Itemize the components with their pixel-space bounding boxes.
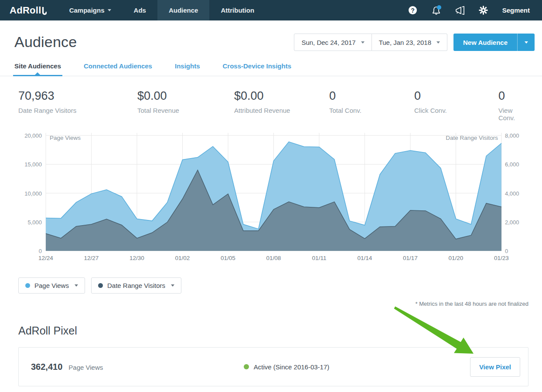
- nav-item-campaigns[interactable]: Campaigns: [58, 0, 123, 20]
- legend-date-range-visitors-label: Date Range Visitors: [107, 282, 165, 289]
- account-menu-segment[interactable]: Segment: [495, 7, 535, 14]
- svg-text:01/11: 01/11: [312, 255, 327, 261]
- stat-attributed-revenue: $0.00 Attributed Revenue: [234, 89, 329, 122]
- stat-total-revenue: $0.00 Total Revenue: [137, 89, 234, 122]
- summary-stats: 70,963 Date Range Visitors $0.00 Total R…: [0, 76, 542, 122]
- adroll-pixel-card: 362,410 Page Views Active (Since 2016-03…: [18, 347, 528, 386]
- svg-text:20,000: 20,000: [24, 132, 42, 139]
- stat-value: 0: [498, 89, 528, 103]
- tab-connected-audiences[interactable]: Connected Audiences: [84, 58, 152, 76]
- chart-canvas: 005,0002,00010,0004,00015,0006,00020,000…: [0, 131, 542, 265]
- pixel-status-text: Active (Since 2016-03-17): [254, 363, 329, 371]
- svg-text:12/24: 12/24: [38, 255, 53, 261]
- nav-item-audience-label: Audience: [169, 7, 198, 14]
- tab-insights[interactable]: Insights: [175, 58, 200, 76]
- stat-label: Click Conv.: [414, 107, 498, 114]
- adroll-pixel-heading: AdRoll Pixel: [0, 324, 542, 337]
- nav-item-campaigns-label: Campaigns: [69, 7, 105, 14]
- pixel-page-views: 362,410 Page Views: [31, 362, 103, 372]
- stat-value: 70,963: [18, 89, 137, 103]
- metrics-footnote: * Metrics in the last 48 hours are not f…: [0, 301, 542, 307]
- svg-text:5,000: 5,000: [27, 219, 42, 226]
- nav-item-attribution-label: Attribution: [221, 7, 254, 14]
- stat-value: $0.00: [137, 89, 234, 103]
- svg-text:0: 0: [505, 248, 508, 254]
- settings-gear-icon[interactable]: [472, 0, 495, 20]
- chevron-down-icon: [436, 41, 440, 44]
- topnav-right: ?: [401, 0, 542, 20]
- svg-text:12/30: 12/30: [130, 255, 144, 261]
- svg-text:01/17: 01/17: [403, 255, 418, 261]
- svg-text:6,000: 6,000: [505, 161, 519, 168]
- chevron-down-icon: [361, 41, 365, 44]
- notifications-bell-icon[interactable]: [425, 0, 448, 20]
- tab-site-audiences[interactable]: Site Audiences: [14, 58, 61, 76]
- stat-value: 0: [329, 89, 414, 103]
- gear-glyph: [479, 6, 488, 15]
- notification-badge-dot: [437, 5, 441, 10]
- legend-page-views-label: Page Views: [34, 282, 69, 289]
- page-title: Audience: [14, 34, 77, 51]
- stat-label: Attributed Revenue: [234, 107, 329, 114]
- start-date-select[interactable]: Sun, Dec 24, 2017: [294, 34, 372, 51]
- nav-item-attribution[interactable]: Attribution: [209, 0, 266, 20]
- legend-date-range-visitors-selector[interactable]: Date Range Visitors: [91, 277, 181, 294]
- tab-cross-device-insights[interactable]: Cross-Device Insights: [222, 58, 291, 76]
- nav-item-ads-label: Ads: [134, 7, 146, 14]
- audience-tabs: Site Audiences Connected Audiences Insig…: [0, 58, 542, 76]
- stat-total-conv: 0 Total Conv.: [329, 89, 414, 122]
- new-audience-dropdown-button[interactable]: [517, 34, 535, 51]
- svg-text:12/27: 12/27: [84, 255, 99, 261]
- stat-value: 0: [414, 89, 498, 103]
- svg-text:0: 0: [39, 248, 42, 254]
- help-question-glyph: ?: [409, 6, 417, 14]
- svg-text:Date Range Visitors: Date Range Visitors: [446, 135, 498, 141]
- chevron-down-icon: [75, 284, 78, 287]
- traffic-area-chart: 005,0002,00010,0004,00015,0006,00020,000…: [0, 131, 542, 267]
- page-views-series-dot: [25, 283, 30, 288]
- announcements-megaphone-icon[interactable]: [448, 0, 472, 20]
- svg-text:01/14: 01/14: [358, 255, 372, 261]
- active-status-dot: [244, 364, 249, 369]
- svg-text:Page Views: Page Views: [50, 135, 81, 141]
- svg-text:2,000: 2,000: [505, 219, 519, 226]
- date-range-group: Sun, Dec 24, 2017 Tue, Jan 23, 2018: [294, 34, 447, 51]
- stat-view-conv: 0 View Conv.: [498, 89, 528, 122]
- start-date-value: Sun, Dec 24, 2017: [301, 39, 355, 46]
- megaphone-glyph: [455, 6, 465, 15]
- legend-page-views-selector[interactable]: Page Views: [18, 277, 85, 294]
- stat-click-conv: 0 Click Conv.: [414, 89, 498, 122]
- adroll-logo-text: AdRoll: [10, 5, 41, 16]
- chevron-down-icon: [108, 9, 111, 11]
- chart-legend: Page Views Date Range Visitors: [0, 277, 542, 294]
- svg-text:01/08: 01/08: [266, 255, 281, 261]
- header-controls: Sun, Dec 24, 2017 Tue, Jan 23, 2018 New …: [294, 34, 535, 51]
- svg-text:01/23: 01/23: [494, 255, 509, 261]
- stat-date-range-visitors: 70,963 Date Range Visitors: [18, 89, 137, 122]
- nav-item-ads[interactable]: Ads: [123, 0, 157, 20]
- pixel-page-views-value: 362,410: [31, 362, 62, 372]
- pixel-status: Active (Since 2016-03-17): [103, 363, 470, 371]
- pixel-page-views-label: Page Views: [68, 364, 103, 371]
- stat-label: View Conv.: [498, 107, 528, 122]
- stat-label: Date Range Visitors: [18, 107, 137, 114]
- svg-text:10,000: 10,000: [24, 190, 42, 197]
- svg-text:01/20: 01/20: [449, 255, 464, 261]
- date-range-visitors-series-dot: [98, 283, 103, 288]
- end-date-value: Tue, Jan 23, 2018: [379, 39, 431, 46]
- help-icon[interactable]: ?: [401, 0, 425, 20]
- stat-label: Total Revenue: [137, 107, 234, 114]
- chevron-down-icon: [525, 41, 528, 44]
- new-audience-split-button: New Audience: [453, 34, 535, 51]
- svg-text:01/02: 01/02: [175, 255, 190, 261]
- end-date-select[interactable]: Tue, Jan 23, 2018: [372, 34, 447, 51]
- adroll-logo[interactable]: AdRoll: [0, 0, 58, 20]
- svg-text:4,000: 4,000: [505, 190, 519, 197]
- nav-item-audience[interactable]: Audience: [157, 0, 210, 20]
- stat-value: $0.00: [234, 89, 329, 103]
- chevron-down-icon: [171, 284, 174, 287]
- page-header: Audience Sun, Dec 24, 2017 Tue, Jan 23, …: [0, 20, 542, 51]
- new-audience-button[interactable]: New Audience: [453, 34, 517, 51]
- svg-text:8,000: 8,000: [505, 132, 519, 139]
- view-pixel-button[interactable]: View Pixel: [470, 357, 520, 377]
